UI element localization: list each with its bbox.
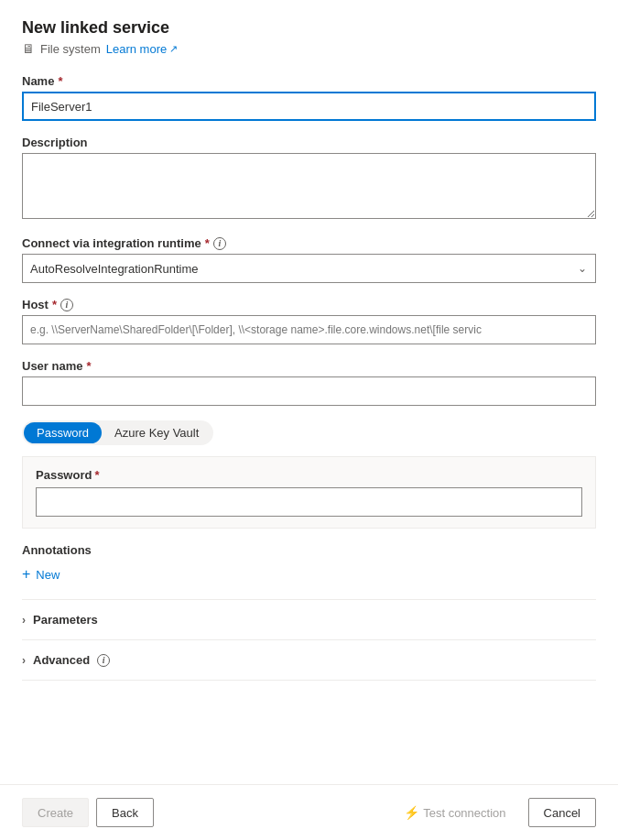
- advanced-info-icon[interactable]: i: [97, 654, 110, 667]
- name-group: Name *: [22, 74, 596, 121]
- divider-parameters: [22, 599, 596, 600]
- password-section: Password Azure Key Vault Password *: [22, 420, 596, 529]
- name-input[interactable]: [22, 92, 596, 121]
- back-button[interactable]: Back: [96, 798, 154, 827]
- host-group: Host * i: [22, 298, 596, 344]
- name-required: *: [58, 74, 62, 88]
- azure-key-vault-tab-button[interactable]: Azure Key Vault: [102, 422, 211, 443]
- ir-required: *: [205, 236, 210, 250]
- password-inner-section: Password *: [22, 456, 596, 529]
- cancel-button[interactable]: Cancel: [528, 798, 596, 827]
- host-info-icon[interactable]: i: [60, 299, 73, 311]
- name-label: Name *: [22, 74, 596, 88]
- host-required: *: [52, 298, 57, 311]
- ir-info-icon[interactable]: i: [213, 237, 226, 250]
- divider-advanced: [22, 639, 596, 640]
- description-label: Description: [22, 136, 596, 149]
- subtitle-row: 🖥 File system Learn more ↗: [22, 41, 596, 56]
- description-input[interactable]: [22, 153, 596, 219]
- annotations-group: Annotations + New: [22, 543, 596, 584]
- footer-left-buttons: Create Back: [22, 798, 154, 827]
- host-input[interactable]: [22, 315, 596, 344]
- password-input[interactable]: [36, 487, 582, 517]
- username-input[interactable]: [22, 376, 596, 406]
- chevron-right-advanced-icon: ›: [22, 654, 26, 667]
- learn-more-link[interactable]: Learn more ↗: [106, 42, 178, 56]
- integration-runtime-select-wrapper: AutoResolveIntegrationRuntime ⌄: [22, 254, 596, 283]
- test-connection-button[interactable]: ⚡ Test connection: [389, 798, 520, 827]
- footer-right-buttons: ⚡ Test connection Cancel: [389, 798, 596, 827]
- annotations-label: Annotations: [22, 543, 596, 557]
- host-label: Host * i: [22, 298, 596, 311]
- subtitle-text: File system: [40, 42, 101, 56]
- description-group: Description: [22, 136, 596, 222]
- integration-runtime-label: Connect via integration runtime * i: [22, 236, 596, 250]
- integration-runtime-select[interactable]: AutoResolveIntegrationRuntime: [22, 254, 596, 283]
- username-required: *: [86, 359, 91, 373]
- password-label: Password *: [36, 468, 582, 482]
- plug-icon: ⚡: [404, 805, 419, 820]
- plus-icon: +: [22, 566, 30, 583]
- advanced-section[interactable]: › Advanced i: [22, 644, 110, 676]
- footer: Create Back ⚡ Test connection Cancel: [0, 784, 618, 840]
- password-required: *: [94, 468, 99, 482]
- external-link-icon: ↗: [169, 43, 178, 55]
- username-group: User name *: [22, 359, 596, 406]
- page-title: New linked service: [22, 18, 596, 38]
- auth-tab-toggle: Password Azure Key Vault: [22, 420, 213, 445]
- password-tab-button[interactable]: Password: [24, 422, 102, 443]
- username-label: User name *: [22, 359, 596, 373]
- chevron-right-parameters-icon: ›: [22, 614, 26, 627]
- new-annotation-button[interactable]: + New: [22, 564, 60, 584]
- create-button[interactable]: Create: [22, 798, 89, 827]
- divider-bottom: [22, 680, 596, 681]
- integration-runtime-group: Connect via integration runtime * i Auto…: [22, 236, 596, 283]
- parameters-section[interactable]: › Parameters: [22, 604, 98, 636]
- file-system-icon: 🖥: [22, 41, 35, 56]
